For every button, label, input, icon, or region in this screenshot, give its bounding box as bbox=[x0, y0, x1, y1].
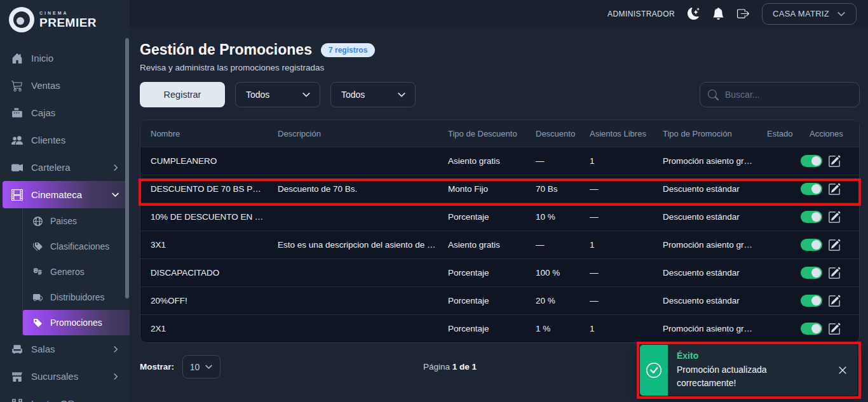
cell-asientos-libres: — bbox=[580, 184, 653, 194]
status-toggle[interactable] bbox=[801, 295, 822, 307]
column-header-tipo-descuento: Tipo de Descuento bbox=[438, 129, 526, 138]
status-toggle[interactable] bbox=[801, 239, 822, 251]
edit-button[interactable] bbox=[828, 295, 841, 307]
brand-logo: CINEMA PREMIER bbox=[0, 0, 130, 39]
logout-icon[interactable] bbox=[737, 8, 749, 20]
bell-icon[interactable] bbox=[712, 8, 724, 20]
table-header-row: Nombre Descripción Tipo de Descuento Des… bbox=[140, 120, 859, 147]
edit-button[interactable] bbox=[828, 183, 841, 196]
discount-type-filter[interactable]: Todos bbox=[235, 82, 320, 107]
page-info: Página 1 de 1 bbox=[423, 362, 477, 372]
sidebar-item-cinemateca[interactable]: Cinemateca bbox=[3, 181, 127, 208]
cell-nombre: DISCAPACITADO bbox=[140, 268, 268, 278]
edit-button[interactable] bbox=[828, 323, 841, 335]
table-row: 2X1 Porcentaje 1 % 1 Promoción asiento g… bbox=[140, 314, 859, 342]
edit-button[interactable] bbox=[828, 211, 841, 224]
sidebar-item-clasificaciones[interactable]: Clasificaciones bbox=[23, 234, 130, 259]
status-toggle[interactable] bbox=[801, 211, 822, 223]
search-box bbox=[700, 82, 860, 107]
cell-tipo-promocion: Descuento estándar bbox=[653, 296, 757, 305]
sidebar-item-sucursales[interactable]: Sucursales bbox=[0, 363, 130, 390]
masks-icon bbox=[33, 267, 43, 277]
edit-button[interactable] bbox=[828, 239, 841, 251]
brand-logo-icon bbox=[9, 7, 34, 32]
brand-line2: PREMIER bbox=[39, 17, 97, 29]
table-row: 20%OFF! Porcentaje 20 % — Descuento está… bbox=[140, 286, 859, 314]
register-button[interactable]: Registrar bbox=[140, 82, 225, 107]
sidebar-item-cajas[interactable]: Cajas bbox=[0, 99, 130, 126]
page-word: Página bbox=[423, 362, 450, 372]
cell-descuento: 70 Bs bbox=[526, 184, 580, 194]
page-subtitle: Revisa y administra las promociones regi… bbox=[140, 63, 860, 72]
cash-register-icon bbox=[11, 107, 23, 119]
pencil-square-icon bbox=[828, 323, 841, 335]
table-row: 3X1 Esto es una descripcion del asiento … bbox=[140, 231, 859, 258]
cell-tipo-promocion: Descuento estándar bbox=[653, 212, 757, 222]
promo-type-filter[interactable]: Todos bbox=[330, 82, 416, 107]
pencil-square-icon bbox=[828, 295, 841, 307]
user-role-label: ADMINISTRADOR bbox=[607, 10, 675, 18]
promotions-table: Nombre Descripción Tipo de Descuento Des… bbox=[140, 119, 860, 343]
column-header-acciones: Acciones bbox=[799, 129, 859, 138]
search-input[interactable] bbox=[725, 90, 851, 100]
sidebar-item-cartelera[interactable]: Cartelera bbox=[0, 154, 130, 181]
sidebar-item-label: Ventas bbox=[31, 80, 60, 91]
cell-descuento: — bbox=[526, 240, 580, 250]
sidebar-item-label: Generos bbox=[50, 267, 85, 277]
cart-icon bbox=[11, 80, 23, 91]
page-size-select[interactable]: 10 bbox=[182, 355, 220, 379]
status-toggle[interactable] bbox=[801, 155, 822, 167]
sidebar-item-lector-qr[interactable]: Lector QR bbox=[0, 390, 130, 402]
cell-asientos-libres: — bbox=[580, 212, 653, 222]
cell-tipo-descuento: Porcentaje bbox=[438, 268, 526, 278]
cell-tipo-descuento: Asiento gratis bbox=[438, 240, 526, 250]
sidebar-item-distribuidores[interactable]: Distribuidores bbox=[23, 285, 130, 310]
table-row: 10% DE DESCUENTO EN TU C... Porcentaje 1… bbox=[140, 203, 859, 231]
sidebar-item-label: Sucursales bbox=[31, 371, 78, 382]
column-header-estado: Estado bbox=[757, 129, 799, 138]
table-row: CUMPLEANERO Asiento gratis — 1 Promoción… bbox=[140, 147, 859, 175]
check-circle-icon bbox=[646, 363, 661, 378]
chevron-right-icon bbox=[112, 345, 119, 353]
sidebar-scrollbar[interactable] bbox=[125, 38, 129, 298]
edit-button[interactable] bbox=[828, 267, 841, 279]
sidebar-item-label: Inicio bbox=[31, 53, 53, 64]
column-header-nombre: Nombre bbox=[140, 129, 268, 138]
sidebar-item-label: Promociones bbox=[50, 318, 102, 328]
cell-nombre: DESCUENTO DE 70 BS POR CO... bbox=[140, 184, 268, 194]
sidebar-item-inicio[interactable]: Inicio bbox=[0, 44, 130, 72]
page-size-value: 10 bbox=[190, 362, 200, 372]
close-icon[interactable] bbox=[838, 366, 847, 375]
cell-asientos-libres: 1 bbox=[580, 240, 653, 250]
chevron-down-icon bbox=[205, 363, 213, 371]
sidebar-item-promociones[interactable]: Promociones bbox=[23, 310, 130, 335]
cell-tipo-descuento: Monto Fijo bbox=[438, 184, 526, 194]
chevron-right-icon bbox=[112, 164, 119, 171]
sidebar-item-clientes[interactable]: Clientes bbox=[0, 126, 130, 154]
status-toggle[interactable] bbox=[801, 323, 822, 335]
cell-tipo-descuento: Porcentaje bbox=[438, 324, 526, 333]
cell-tipo-promocion: Descuento estándar bbox=[653, 184, 757, 194]
search-icon bbox=[708, 90, 719, 100]
sidebar-item-paises[interactable]: Paises bbox=[23, 208, 130, 234]
toast-title: Éxito bbox=[677, 351, 848, 361]
branch-selector[interactable]: CASA MATRIZ bbox=[762, 3, 857, 25]
cell-tipo-promocion: Descuento estándar bbox=[653, 268, 757, 278]
branch-label: CASA MATRIZ bbox=[773, 9, 829, 18]
toast-stripe bbox=[640, 345, 668, 396]
cell-tipo-descuento: Porcentaje bbox=[438, 296, 526, 305]
tags-icon bbox=[33, 242, 43, 251]
page-title: Gestión de Promociones bbox=[140, 41, 312, 58]
status-toggle[interactable] bbox=[801, 267, 822, 279]
store-icon bbox=[11, 371, 23, 382]
sidebar-item-generos[interactable]: Generos bbox=[23, 259, 130, 285]
sidebar-item-label: Distribuidores bbox=[50, 292, 105, 302]
sidebar-item-salas[interactable]: Salas bbox=[0, 335, 130, 363]
sidebar-item-ventas[interactable]: Ventas bbox=[0, 72, 130, 99]
status-toggle[interactable] bbox=[801, 183, 822, 195]
chevron-down-icon bbox=[837, 10, 846, 18]
edit-button[interactable] bbox=[828, 155, 841, 168]
cell-asientos-libres: 1 bbox=[580, 156, 653, 166]
moon-stars-icon[interactable] bbox=[688, 8, 700, 20]
seat-icon bbox=[11, 344, 23, 355]
